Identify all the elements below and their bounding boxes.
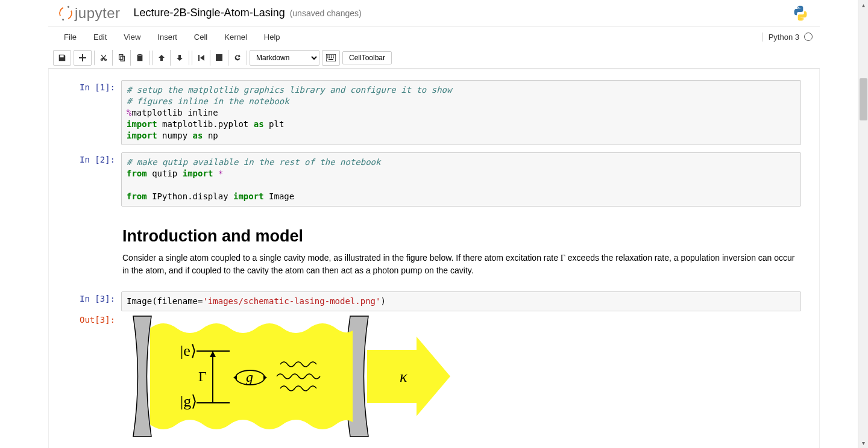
cut-button[interactable] bbox=[95, 50, 113, 66]
md-heading: Introduction and model bbox=[122, 227, 800, 246]
scrollbar-thumb[interactable] bbox=[860, 78, 867, 120]
input-prompt: In [3]: bbox=[67, 291, 121, 311]
svg-point-9 bbox=[331, 57, 332, 58]
code-cell[interactable]: In [3]: Image(filename='images/schematic… bbox=[67, 291, 801, 311]
save-button[interactable] bbox=[53, 50, 71, 66]
paste-button[interactable] bbox=[131, 50, 149, 66]
run-button[interactable] bbox=[192, 50, 210, 66]
input-prompt-empty bbox=[67, 214, 121, 284]
code-input[interactable]: # setup the matplotlib graphics library … bbox=[121, 80, 801, 145]
markdown-cell[interactable]: Introduction and model Consider a single… bbox=[67, 214, 801, 284]
input-prompt: In [2]: bbox=[67, 152, 121, 207]
menu-kernel[interactable]: Kernel bbox=[216, 29, 256, 45]
md-paragraph: Consider a single atom coupled to a sing… bbox=[122, 252, 800, 277]
paste-icon bbox=[136, 54, 144, 62]
kernel-indicator: Python 3 bbox=[762, 33, 813, 42]
plus-icon bbox=[79, 54, 86, 61]
save-status: (unsaved changes) bbox=[290, 8, 362, 18]
arrow-up-icon bbox=[158, 54, 165, 61]
notebook-name[interactable]: Lecture-2B-Single-Atom-Lasing bbox=[134, 7, 285, 19]
menu-file[interactable]: File bbox=[55, 29, 85, 45]
code-cell[interactable]: In [2]: # make qutip available in the re… bbox=[67, 152, 801, 207]
interrupt-button[interactable] bbox=[210, 50, 228, 66]
svg-point-5 bbox=[331, 55, 332, 57]
scrollbar-up-button[interactable]: ▴ bbox=[858, 0, 868, 10]
restart-icon bbox=[233, 54, 242, 62]
jupyter-logo-icon bbox=[57, 4, 74, 21]
scrollbar-down-button[interactable]: ▾ bbox=[858, 438, 868, 448]
menu-bar: File Edit View Insert Cell Kernel Help P… bbox=[48, 26, 820, 47]
code-cell[interactable]: In [1]: # setup the matplotlib graphics … bbox=[67, 80, 801, 145]
kernel-name-label: Python 3 bbox=[769, 33, 799, 42]
command-palette-button[interactable] bbox=[322, 50, 340, 66]
code-input[interactable]: Image(filename='images/schematic-lasing-… bbox=[121, 291, 801, 311]
svg-point-6 bbox=[333, 55, 334, 57]
output-cell: Out[3]: bbox=[67, 313, 801, 442]
notebook-header: jupyter Lecture-2B-Single-Atom-Lasing (u… bbox=[48, 0, 820, 26]
svg-text:|e⟩: |e⟩ bbox=[180, 342, 197, 359]
copy-button[interactable] bbox=[113, 50, 131, 66]
keyboard-icon bbox=[326, 54, 336, 61]
menu-edit[interactable]: Edit bbox=[85, 29, 115, 45]
menu-help[interactable]: Help bbox=[256, 29, 289, 45]
svg-rect-2 bbox=[329, 59, 333, 60]
svg-text:|g⟩: |g⟩ bbox=[180, 393, 197, 410]
code-input[interactable]: # make qutip available in the rest of th… bbox=[121, 152, 801, 207]
svg-text:Γ: Γ bbox=[198, 369, 207, 384]
svg-point-3 bbox=[327, 55, 329, 57]
svg-point-8 bbox=[329, 57, 330, 58]
restart-button[interactable] bbox=[228, 50, 247, 66]
python-logo-icon bbox=[792, 5, 809, 22]
menu-cell[interactable]: Cell bbox=[186, 29, 216, 45]
notebook-container[interactable]: In [1]: # setup the matplotlib graphics … bbox=[49, 69, 819, 442]
copy-icon bbox=[118, 54, 126, 62]
vertical-scrollbar[interactable]: ▴ ▾ bbox=[858, 0, 868, 448]
svg-point-4 bbox=[329, 55, 330, 57]
celltoolbar-button[interactable]: CellToolbar bbox=[342, 51, 392, 64]
svg-text:g: g bbox=[246, 369, 253, 385]
toolbar: Markdown CellToolbar bbox=[48, 47, 820, 69]
arrow-down-icon bbox=[176, 54, 183, 61]
add-cell-button[interactable] bbox=[74, 50, 92, 66]
svg-rect-0 bbox=[216, 54, 222, 61]
menu-view[interactable]: View bbox=[115, 29, 149, 45]
output-prompt: Out[3]: bbox=[67, 313, 121, 442]
cell-type-select[interactable]: Markdown bbox=[250, 50, 319, 66]
svg-text:κ: κ bbox=[400, 368, 407, 385]
move-down-button[interactable] bbox=[171, 50, 189, 66]
run-icon bbox=[198, 54, 205, 61]
stop-icon bbox=[216, 54, 222, 61]
svg-point-7 bbox=[327, 57, 329, 58]
menu-insert[interactable]: Insert bbox=[149, 29, 186, 45]
svg-point-10 bbox=[333, 57, 334, 58]
move-up-button[interactable] bbox=[153, 50, 171, 66]
save-icon bbox=[58, 54, 66, 62]
input-prompt: In [1]: bbox=[67, 80, 121, 145]
kernel-status-icon bbox=[804, 33, 813, 41]
cut-icon bbox=[99, 54, 108, 62]
output-figure: |e⟩ |g⟩ Γ g bbox=[121, 313, 451, 440]
jupyter-logo-text: jupyter bbox=[75, 5, 121, 22]
jupyter-logo[interactable]: jupyter bbox=[59, 5, 121, 22]
